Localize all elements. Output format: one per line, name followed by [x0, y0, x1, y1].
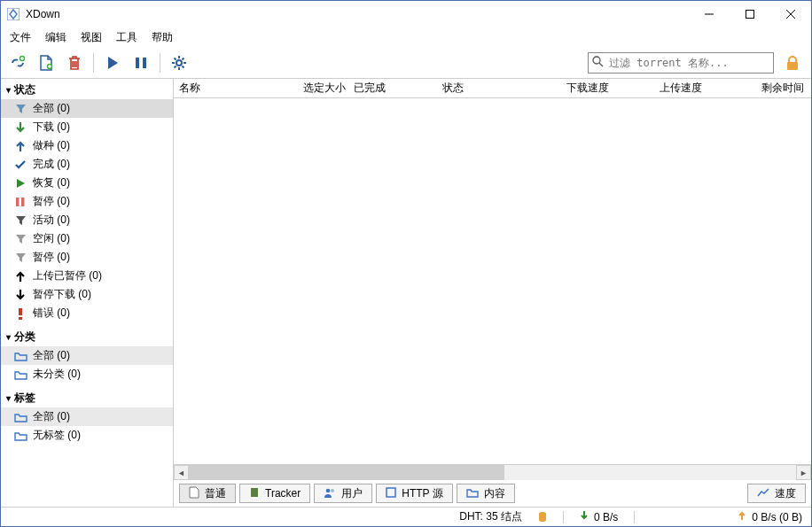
horizontal-scrollbar[interactable]: ◄ ► [174, 465, 811, 480]
lock-icon[interactable] [783, 53, 802, 73]
sidebar-group-status[interactable]: ▾状态 [1, 81, 173, 99]
sidebar-item-label: 全部 (0) [33, 348, 70, 363]
sidebar-item-status-2[interactable]: 做种 (0) [1, 136, 173, 155]
svg-rect-28 [19, 317, 22, 320]
sidebar-item-status-0[interactable]: 全部 (0) [1, 99, 173, 118]
col-name[interactable]: 名称 [179, 81, 303, 96]
tab-general[interactable]: 普通 [179, 484, 236, 503]
col-done[interactable]: 已完成 [354, 81, 442, 96]
tab-label: HTTP 源 [402, 486, 442, 501]
tab-label: 普通 [205, 486, 226, 501]
download-speed: 0 B/s [594, 511, 618, 523]
detail-tabs: 普通 Tracker 用户 HTTP 源 内容 速度 [174, 480, 811, 507]
sidebar-item-status-11[interactable]: 错误 (0) [1, 304, 173, 322]
scroll-thumb[interactable] [189, 465, 504, 480]
chart-icon [757, 487, 769, 500]
tab-tracker[interactable]: Tracker [239, 484, 310, 503]
close-button[interactable] [770, 1, 811, 27]
arrow-down-icon [580, 510, 589, 523]
sidebar-item-label: 无标签 (0) [33, 428, 81, 443]
sidebar-item-category-0[interactable]: 全部 (0) [1, 346, 173, 365]
tab-http[interactable]: HTTP 源 [376, 484, 452, 503]
chevron-down-icon: ▾ [6, 332, 11, 342]
arrow-up-blue-icon [13, 139, 27, 153]
sidebar-item-label: 未分类 (0) [33, 367, 81, 382]
status-bar: DHT: 35 结点 0 B/s 0 B/s (0 B) [1, 507, 811, 526]
search-input[interactable] [607, 56, 769, 70]
sidebar-item-label: 全部 (0) [33, 409, 70, 424]
sidebar-item-category-1[interactable]: 未分类 (0) [1, 365, 173, 384]
folder-icon [13, 368, 27, 382]
col-down[interactable]: 下载速度 [566, 81, 660, 96]
add-link-button[interactable] [6, 51, 29, 74]
sidebar-item-status-3[interactable]: 完成 (0) [1, 155, 173, 174]
tab-peers[interactable]: 用户 [314, 484, 372, 503]
svg-line-19 [183, 66, 184, 67]
sidebar-item-label: 空闲 (0) [33, 231, 70, 246]
scroll-track[interactable] [189, 465, 796, 480]
svg-rect-29 [251, 488, 258, 497]
content: ▾状态 全部 (0)下载 (0)做种 (0)完成 (0)恢复 (0)暂停 (0)… [1, 79, 811, 507]
document-icon [189, 486, 199, 501]
arrow-down-green-icon [13, 120, 27, 135]
toolbar [1, 47, 811, 79]
sidebar-item-status-6[interactable]: 活动 (0) [1, 211, 173, 229]
scroll-left-button[interactable]: ◄ [174, 465, 189, 480]
add-file-button[interactable] [35, 51, 58, 74]
sidebar: ▾状态 全部 (0)下载 (0)做种 (0)完成 (0)恢复 (0)暂停 (0)… [1, 79, 174, 507]
status-dht: DHT: 35 结点 [459, 509, 522, 524]
svg-line-18 [175, 58, 176, 59]
folder-icon [13, 429, 27, 443]
sidebar-item-tags-1[interactable]: 无标签 (0) [1, 426, 173, 445]
http-icon [386, 486, 396, 501]
scroll-right-button[interactable]: ► [796, 465, 811, 480]
svg-point-13 [176, 60, 182, 66]
svg-rect-12 [143, 58, 146, 68]
sidebar-group-category[interactable]: ▾分类 [1, 328, 173, 346]
upload-speed: 0 B/s (0 B) [752, 511, 802, 523]
sidebar-group-tags[interactable]: ▾标签 [1, 389, 173, 407]
maximize-button[interactable] [730, 1, 770, 27]
svg-rect-26 [21, 198, 25, 206]
pause-button[interactable] [129, 51, 152, 74]
main-panel: 名称 选定大小 已完成 状态 下载速度 上传速度 剩余时间 ◄ ► 普通 Tra… [174, 79, 811, 507]
arrow-down-black-icon [13, 288, 27, 302]
sidebar-item-status-9[interactable]: 上传已暂停 (0) [1, 267, 173, 285]
menu-tools[interactable]: 工具 [116, 30, 137, 45]
sidebar-item-status-7[interactable]: 空闲 (0) [1, 229, 173, 248]
tab-content[interactable]: 内容 [457, 484, 515, 503]
sidebar-item-tags-0[interactable]: 全部 (0) [1, 407, 173, 426]
minimize-button[interactable] [689, 1, 730, 27]
start-button[interactable] [101, 51, 124, 74]
col-up[interactable]: 上传速度 [660, 81, 748, 96]
sidebar-item-status-4[interactable]: 恢复 (0) [1, 174, 173, 192]
col-size[interactable]: 选定大小 [303, 81, 354, 96]
menu-help[interactable]: 帮助 [152, 30, 173, 45]
status-separator [563, 511, 564, 523]
sidebar-item-status-8[interactable]: 暂停 (0) [1, 248, 173, 267]
menu-bar: 文件 编辑 视图 工具 帮助 [1, 27, 811, 47]
group-title: 标签 [14, 391, 35, 406]
menu-file[interactable]: 文件 [10, 30, 31, 45]
status-upload: 0 B/s (0 B) [738, 510, 802, 523]
funnel-grey-icon [13, 251, 27, 265]
tab-speed[interactable]: 速度 [747, 484, 806, 503]
status-download: 0 B/s [580, 510, 618, 523]
tab-label: 用户 [341, 486, 363, 501]
sidebar-item-status-1[interactable]: 下载 (0) [1, 118, 173, 136]
search-box[interactable] [588, 52, 774, 74]
menu-view[interactable]: 视图 [81, 30, 102, 45]
delete-button[interactable] [63, 51, 86, 74]
svg-line-21 [175, 66, 176, 67]
funnel-blue-icon [13, 102, 27, 116]
sidebar-item-status-5[interactable]: 暂停 (0) [1, 192, 173, 211]
col-eta[interactable]: 剩余时间 [748, 81, 811, 96]
settings-button[interactable] [168, 51, 191, 74]
sidebar-item-status-10[interactable]: 暂停下载 (0) [1, 285, 173, 304]
toolbar-separator [93, 53, 94, 73]
tab-label: Tracker [265, 487, 301, 500]
svg-line-20 [183, 58, 184, 59]
menu-edit[interactable]: 编辑 [45, 30, 66, 45]
col-status[interactable]: 状态 [442, 81, 566, 96]
pause-red-icon [13, 195, 27, 209]
